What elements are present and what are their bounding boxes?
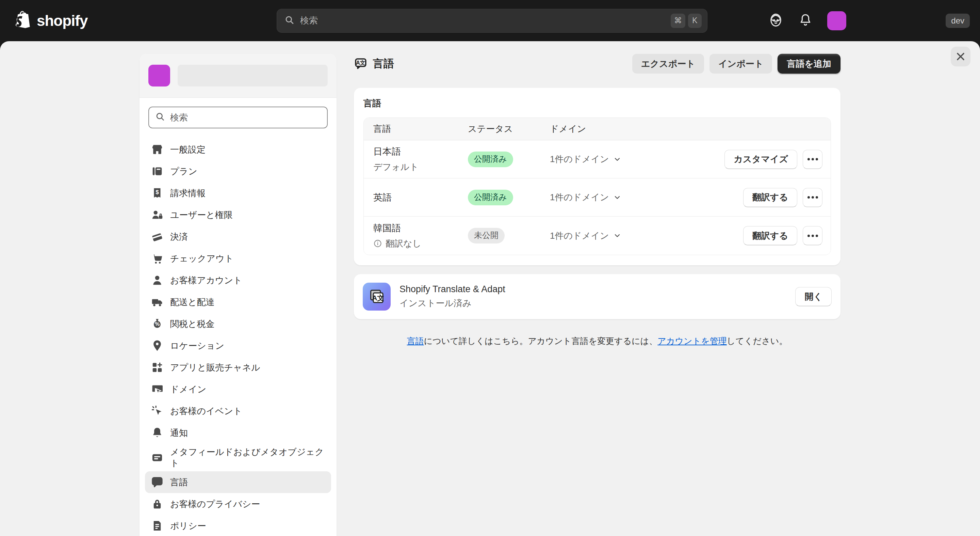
cmd-key: ⌘ (671, 14, 685, 28)
policies-icon (150, 518, 165, 533)
taxes-icon: % (150, 316, 165, 331)
chevron-down-icon (613, 231, 621, 240)
app-name: Shopify Translate & Adapt (399, 284, 786, 295)
svg-text:$: $ (156, 189, 159, 195)
column-language: 言語 (364, 123, 468, 135)
checkout-cart-icon (150, 251, 165, 266)
store-avatar (148, 65, 170, 86)
brand-wordmark: shopify (37, 12, 88, 29)
customer-account-icon (150, 273, 165, 288)
table-row-japanese: 日本語 デフォルト 公開済み 1件のドメイン (364, 140, 830, 179)
row-menu-icon[interactable] (803, 188, 822, 207)
settings-sidebar: 検索 一般設定 プラン $ 請求情報 ユーザーと権限 (140, 54, 337, 536)
status-badge: 公開済み (468, 152, 513, 167)
sidebar-item-metafields[interactable]: メタフィールドおよびメタオブジェクト (145, 444, 331, 471)
chevron-down-icon (613, 193, 621, 202)
svg-text:A文: A文 (153, 479, 162, 484)
sidebar-item-checkout[interactable]: チェックアウト (145, 247, 331, 270)
sidebar-item-languages[interactable]: A文 言語 (145, 471, 331, 493)
sidebar-item-notifications[interactable]: 通知 (145, 422, 331, 444)
export-button[interactable]: エクスポート (632, 54, 704, 73)
table-row-english: 英語 公開済み 1件のドメイン 翻訳する (364, 179, 830, 217)
sidebar-item-customer-events[interactable]: お客様のイベント (145, 400, 331, 422)
sidebar-item-domains[interactable]: ドメイン (145, 378, 331, 400)
global-search-placeholder: 検索 (300, 14, 665, 27)
brand: shopify (0, 10, 277, 31)
footer-note: 言語について詳しくはこちら。アカウント言語を変更するには、アカウントを管理してく… (354, 335, 840, 347)
location-pin-icon (150, 338, 165, 353)
privacy-lock-icon (150, 496, 165, 512)
customer-events-icon (150, 404, 165, 418)
sidebar-item-users-permissions[interactable]: ユーザーと権限 (145, 204, 331, 226)
translate-button[interactable]: 翻訳する (743, 188, 797, 207)
settings-panel: 検索 一般設定 プラン $ 請求情報 ユーザーと権限 (0, 41, 980, 536)
translate-adapt-app-icon: A文 (363, 282, 391, 311)
add-language-button[interactable]: 言語を追加 (778, 54, 840, 73)
app-install-status: インストール済み (399, 297, 786, 309)
sidebar-item-customer-accounts[interactable]: お客様アカウント (145, 270, 331, 291)
language-name: 英語 (373, 191, 468, 204)
translate-adapt-card: A文 Shopify Translate & Adapt インストール済み 開く (354, 274, 840, 319)
sidebar-item-taxes[interactable]: % 関税と税金 (145, 313, 331, 335)
table-row-korean: 韓国語 翻訳なし 未公開 1件のドメイン (364, 217, 830, 255)
shipping-truck-icon (150, 295, 165, 309)
languages-icon: A文 (150, 475, 165, 490)
import-button[interactable]: インポート (710, 54, 772, 73)
column-domain: ドメイン (550, 123, 830, 135)
payments-icon (150, 229, 165, 244)
sidebar-item-general[interactable]: 一般設定 (145, 139, 331, 160)
dev-badge: dev (946, 14, 970, 28)
store-icon (150, 142, 165, 157)
languages-help-link[interactable]: 言語 (407, 336, 424, 346)
users-permissions-icon (150, 207, 165, 222)
sidebar-item-billing[interactable]: $ 請求情報 (145, 182, 331, 204)
open-app-button[interactable]: 開く (795, 287, 832, 306)
sidebar-item-policies[interactable]: ポリシー (145, 515, 331, 536)
domain-disclosure[interactable]: 1件のドメイン (550, 230, 621, 242)
table-header: 言語 ステータス ドメイン (364, 118, 830, 140)
translate-button[interactable]: 翻訳する (743, 226, 797, 245)
close-icon[interactable] (951, 47, 970, 66)
languages-card-title: 言語 (363, 97, 831, 109)
search-shortcut: ⌘ K (671, 14, 702, 28)
chevron-down-icon (613, 155, 621, 163)
notifications-bell-icon (150, 425, 165, 440)
k-key: K (688, 14, 702, 28)
store-name-placeholder (178, 65, 328, 86)
languages-table: 言語 ステータス ドメイン 日本語 デフォルト 公開済み (363, 118, 831, 255)
languages-card: 言語 言語 ステータス ドメイン 日本語 デフォルト 公 (354, 88, 840, 265)
sidebar-item-locations[interactable]: ロケーション (145, 335, 331, 357)
row-menu-icon[interactable] (803, 150, 822, 169)
search-icon (155, 112, 165, 123)
sidebar-item-apps-channels[interactable]: アプリと販売チャネル (145, 357, 331, 378)
assistant-face-icon[interactable] (768, 12, 784, 29)
sidebar-item-plan[interactable]: プラン (145, 160, 331, 182)
row-menu-icon[interactable] (803, 226, 822, 245)
manage-account-link[interactable]: アカウントを管理 (657, 336, 727, 346)
language-name: 日本語 (373, 145, 468, 158)
language-sublabel: デフォルト (373, 161, 468, 173)
customize-button[interactable]: カスタマイズ (724, 150, 797, 169)
notifications-bell-icon[interactable] (798, 13, 813, 29)
main-content: A文 言語 エクスポート インポート 言語を追加 言語 言語 ステータス ドメイ… (354, 54, 840, 536)
search-icon (285, 15, 295, 27)
domain-disclosure[interactable]: 1件のドメイン (550, 191, 621, 203)
settings-menu: 一般設定 プラン $ 請求情報 ユーザーと権限 決済 (140, 132, 337, 536)
user-avatar[interactable] (827, 11, 846, 30)
sidebar-item-shipping[interactable]: 配送と配達 (145, 291, 331, 313)
svg-text:A文: A文 (356, 60, 366, 66)
sidebar-item-privacy[interactable]: お客様のプライバシー (145, 493, 331, 515)
metafields-icon (150, 450, 165, 465)
domain-disclosure[interactable]: 1件のドメイン (550, 153, 621, 165)
language-name: 韓国語 (373, 222, 468, 234)
plan-icon (150, 164, 165, 179)
svg-text:%: % (155, 321, 159, 327)
sidebar-search-input[interactable]: 検索 (148, 107, 328, 128)
sidebar-search-placeholder: 検索 (170, 112, 188, 124)
store-header (140, 54, 337, 98)
domains-icon (150, 382, 165, 397)
language-sublabel: 翻訳なし (385, 238, 421, 250)
global-search-input[interactable]: 検索 ⌘ K (277, 9, 708, 33)
svg-text:A文: A文 (372, 294, 384, 302)
sidebar-item-payments[interactable]: 決済 (145, 226, 331, 247)
